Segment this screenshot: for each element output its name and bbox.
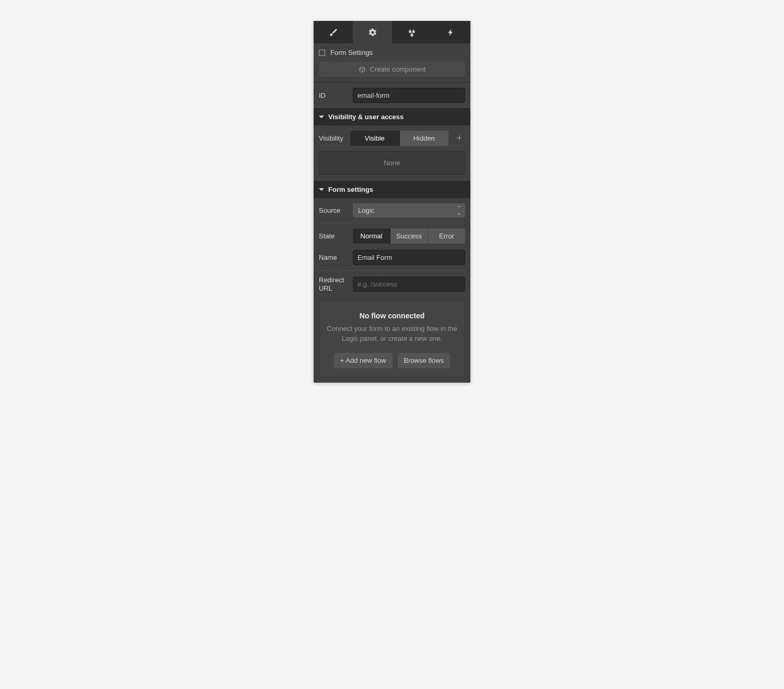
create-component-button[interactable]: Create component <box>319 62 465 77</box>
gear-icon <box>368 28 377 37</box>
name-input[interactable] <box>353 250 465 265</box>
visibility-option-visible[interactable]: Visible <box>350 131 400 146</box>
section-header-form-settings[interactable]: Form settings <box>314 181 470 198</box>
settings-panel: Form Settings Create component ID Visibi… <box>314 21 470 383</box>
element-header-row: Form Settings <box>314 43 470 62</box>
element-checkbox[interactable] <box>319 50 325 56</box>
add-visibility-condition-button[interactable]: + <box>454 133 465 144</box>
panel-tabs <box>314 21 470 43</box>
visibility-segmented: Visible Hidden <box>350 131 448 146</box>
source-row: Source Logic ⌃⌄ <box>314 198 470 223</box>
caret-down-icon <box>319 116 324 118</box>
tab-effects[interactable] <box>392 21 431 43</box>
caret-down-icon <box>319 188 324 191</box>
empty-state-description: Connect your form to an existing flow in… <box>327 324 457 344</box>
redirect-label: Redirect URL <box>319 276 348 292</box>
name-row: Name <box>314 249 470 270</box>
empty-state-actions: + Add new flow Browse flows <box>327 352 457 369</box>
state-option-normal[interactable]: Normal <box>353 228 390 244</box>
tab-style[interactable] <box>314 21 353 43</box>
tab-interactions[interactable] <box>431 21 470 43</box>
state-segmented: Normal Success Error <box>353 228 465 244</box>
visibility-option-hidden[interactable]: Hidden <box>400 131 449 146</box>
state-option-error[interactable]: Error <box>428 228 465 244</box>
create-component-label: Create component <box>370 65 426 73</box>
section-title-visibility: Visibility & user access <box>328 113 403 121</box>
cube-icon <box>359 66 366 73</box>
flow-empty-state: No flow connected Connect your form to a… <box>319 301 465 377</box>
name-label: Name <box>319 254 348 261</box>
id-label: ID <box>319 91 348 99</box>
visibility-conditions-empty[interactable]: None <box>319 151 465 175</box>
source-select[interactable]: Logic <box>353 203 465 217</box>
visibility-label: Visibility <box>319 134 345 142</box>
drops-icon <box>407 27 417 38</box>
source-label: Source <box>319 206 348 214</box>
element-title: Form Settings <box>330 49 373 56</box>
visibility-row: Visibility Visible Hidden + <box>314 125 470 151</box>
brush-icon <box>329 28 338 37</box>
id-input[interactable] <box>353 88 465 103</box>
section-title-form-settings: Form settings <box>328 186 373 193</box>
bolt-icon <box>447 28 455 37</box>
section-header-visibility[interactable]: Visibility & user access <box>314 108 470 125</box>
state-option-success[interactable]: Success <box>390 228 428 244</box>
redirect-input[interactable] <box>353 277 465 292</box>
browse-flows-button[interactable]: Browse flows <box>397 352 451 369</box>
empty-state-title: No flow connected <box>327 312 457 320</box>
redirect-row: Redirect URL <box>314 271 470 297</box>
tab-settings[interactable] <box>353 21 392 43</box>
id-row: ID <box>314 83 470 108</box>
add-flow-button[interactable]: + Add new flow <box>333 352 393 369</box>
state-row: State Normal Success Error <box>314 223 470 249</box>
source-select-wrap: Logic ⌃⌄ <box>353 203 465 217</box>
state-label: State <box>319 232 348 240</box>
